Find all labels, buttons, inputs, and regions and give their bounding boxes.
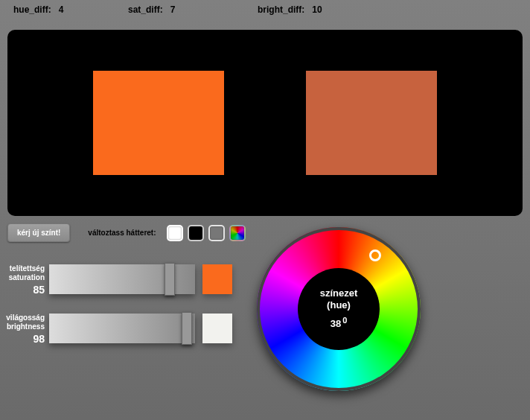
brightness-swatch [202,314,232,343]
comparison-stage [7,30,523,216]
hue-diff-label: hue_diff: [13,4,51,15]
saturation-slider[interactable] [49,264,195,294]
brightness-label-hu: világosság [0,314,45,322]
saturation-label-hu: telítettség [0,264,45,273]
saturation-slider-thumb[interactable] [165,263,175,296]
hue-wheel[interactable]: színezet (hue) 380 [257,227,421,391]
brightness-slider-row: világosság brightness 98 [0,314,232,343]
bright-diff-label: bright_diff: [258,4,304,15]
saturation-swatch [202,264,232,294]
brightness-slider-thumb[interactable] [182,312,192,345]
hue-label-en: (hue) [327,299,351,311]
hue-diff-value: 4 [59,4,64,15]
saturation-slider-row: telítettség saturation 85 [0,264,232,294]
hue-value: 38 [331,319,341,330]
bright-diff-readout: bright_diff: 10 [258,4,322,15]
saturation-value: 85 [0,285,45,294]
saturation-label: telítettség saturation 85 [0,264,49,294]
background-chip-group [167,225,246,241]
bg-chip-multicolor[interactable] [229,225,246,241]
bright-diff-value: 10 [312,4,322,15]
sat-diff-label: sat_diff: [128,4,163,15]
brightness-label-en: brightness [0,322,45,331]
sat-diff-readout: sat_diff: 7 [128,4,255,15]
bg-chip-black[interactable] [188,225,204,241]
bg-chip-white[interactable] [167,225,183,241]
hue-wheel-center: színezet (hue) 380 [298,268,380,350]
brightness-slider[interactable] [49,314,195,343]
hue-diff-readout: hue_diff: 4 [13,4,125,15]
hue-wheel-cursor[interactable] [369,249,381,261]
new-color-button[interactable]: kérj új színt! [7,223,70,242]
saturation-label-en: saturation [0,273,45,282]
bg-chip-gray[interactable] [208,225,225,241]
target-color-swatch [93,71,224,175]
user-color-swatch [306,71,437,175]
hue-label-hu: színezet [320,287,358,299]
hue-degree-symbol: 0 [342,316,347,325]
diff-readouts: hue_diff: 4 sat_diff: 7 bright_diff: 10 [0,0,530,15]
brightness-label: világosság brightness 98 [0,314,49,343]
sat-diff-value: 7 [170,4,176,15]
background-change-label: változtass hátteret: [88,229,156,237]
brightness-value: 98 [0,334,45,343]
